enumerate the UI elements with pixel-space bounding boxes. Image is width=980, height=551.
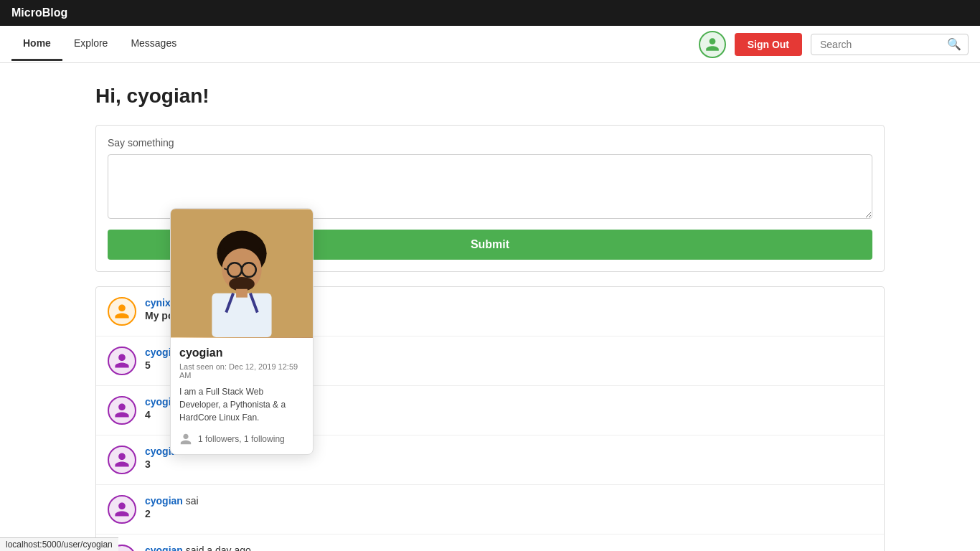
status-bar: localhost:5000/user/cyogian bbox=[0, 537, 118, 551]
post-box-label: Say something bbox=[108, 137, 872, 149]
feed-avatar bbox=[108, 396, 136, 425]
profile-photo-svg bbox=[171, 209, 313, 338]
feed-number: 2 bbox=[145, 508, 872, 519]
feed-avatar bbox=[108, 347, 136, 375]
nav-explore[interactable]: Explore bbox=[62, 27, 119, 61]
feed-content: cyogian sai 2 bbox=[145, 495, 872, 519]
profile-popup: cyogian Last seen on: Dec 12, 2019 12:59… bbox=[170, 208, 314, 455]
feed-content: cyogian said a day ago bbox=[145, 545, 872, 551]
feed-username[interactable]: cynix bbox=[145, 297, 171, 309]
feed-item: cyogian sai 2 bbox=[96, 485, 884, 534]
greeting-text: Hi, cyogian! bbox=[95, 85, 885, 108]
user-icon bbox=[113, 451, 131, 468]
user-avatar-nav[interactable] bbox=[699, 31, 726, 58]
feed-avatar bbox=[108, 495, 136, 524]
person-icon bbox=[705, 37, 720, 52]
popup-body: cyogian Last seen on: Dec 12, 2019 12:59… bbox=[171, 338, 313, 454]
status-url: localhost:5000/user/cyogian bbox=[6, 540, 113, 550]
sign-out-button[interactable]: Sign Out bbox=[735, 33, 802, 56]
app-bar: MicroBlog bbox=[0, 0, 980, 26]
feed-avatar bbox=[108, 297, 136, 326]
user-icon bbox=[113, 402, 131, 419]
feed-line: cyogian said a day ago bbox=[145, 545, 872, 551]
feed-avatar bbox=[108, 446, 136, 474]
popup-photo bbox=[171, 209, 313, 338]
feed-username[interactable]: cyogian bbox=[145, 545, 183, 551]
app-title: MicroBlog bbox=[11, 6, 67, 19]
feed-item: cyogian said a day ago bbox=[96, 534, 884, 551]
popup-username: cyogian bbox=[179, 347, 304, 359]
nav-bar: Home Explore Messages Sign Out 🔍 bbox=[0, 26, 980, 63]
svg-rect-14 bbox=[236, 289, 248, 298]
popup-bio: I am a Full Stack Web Developer, a Pytho… bbox=[179, 385, 304, 424]
popup-lastseen: Last seen on: Dec 12, 2019 12:59 AM bbox=[179, 362, 304, 380]
feed-username[interactable]: cyogian bbox=[145, 495, 183, 507]
search-icon: 🔍 bbox=[947, 37, 961, 51]
svg-rect-11 bbox=[212, 293, 271, 337]
user-icon bbox=[113, 303, 131, 320]
nav-home[interactable]: Home bbox=[11, 27, 62, 61]
user-icon bbox=[113, 352, 131, 369]
search-input[interactable] bbox=[811, 34, 969, 55]
nav-messages[interactable]: Messages bbox=[119, 27, 188, 61]
search-container: 🔍 bbox=[811, 34, 969, 55]
popup-footer: 1 followers, 1 following bbox=[179, 433, 304, 446]
followers-icon bbox=[179, 433, 192, 446]
user-icon bbox=[113, 501, 131, 518]
feed-line: cyogian sai bbox=[145, 495, 872, 507]
feed-number: 3 bbox=[145, 458, 872, 470]
nav-left: Home Explore Messages bbox=[11, 27, 188, 61]
followers-text: 1 followers, 1 following bbox=[198, 434, 285, 444]
nav-right: Sign Out 🔍 bbox=[699, 31, 969, 58]
